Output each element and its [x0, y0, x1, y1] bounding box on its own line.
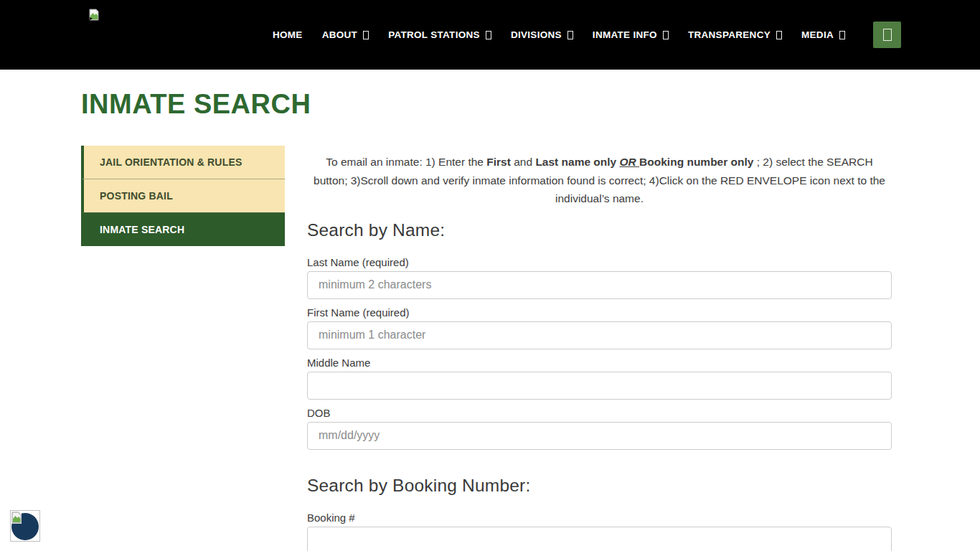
field-label: DOB [307, 407, 892, 419]
instruction-segment: OR [620, 156, 640, 168]
dropdown-caret-icon [776, 31, 782, 39]
search-by-name-heading: Search by Name: [307, 220, 892, 240]
sidebar-nav: JAIL ORIENTATION & RULES POSTING BAIL IN… [81, 146, 285, 246]
nav-item-label: HOME [273, 29, 303, 40]
form-field-middle-name: Middle Name [307, 357, 892, 400]
main-nav: HOME ABOUT PATROL STATIONS DIVISIONS INM… [273, 0, 901, 70]
nav-item-label: MEDIA [801, 29, 834, 40]
broken-image-icon [89, 9, 99, 21]
nav-item-transparency[interactable]: TRANSPARENCY [688, 29, 782, 40]
nav-item-patrol-stations[interactable]: PATROL STATIONS [388, 29, 491, 40]
page-title: INMATE SEARCH [81, 89, 311, 120]
dropdown-caret-icon [567, 31, 573, 39]
form-field-first-name: First Name (required) [307, 306, 892, 349]
search-by-booking-heading: Search by Booking Number: [307, 476, 892, 496]
nav-item-label: PATROL STATIONS [388, 29, 480, 40]
instruction-segment: To email an inmate: 1) Enter the [326, 156, 486, 168]
broken-image-icon [11, 512, 22, 524]
search-icon [883, 29, 892, 41]
dropdown-caret-icon [486, 31, 491, 39]
sidebar-item-label: JAIL ORIENTATION & RULES [100, 156, 242, 168]
field-label: Last Name (required) [307, 256, 892, 268]
nav-item-label: TRANSPARENCY [688, 29, 771, 40]
nav-item-inmate-info[interactable]: INMATE INFO [593, 29, 669, 40]
dob-input[interactable] [307, 422, 892, 450]
nav-item-label: INMATE INFO [593, 29, 657, 40]
nav-item-label: DIVISIONS [511, 29, 562, 40]
dropdown-caret-icon [839, 31, 845, 39]
booking-number-input[interactable] [307, 527, 892, 551]
search-by-booking-form: Booking # [307, 512, 892, 551]
field-label: Booking # [307, 512, 892, 524]
middle-name-input[interactable] [307, 372, 892, 400]
dropdown-caret-icon [363, 31, 369, 39]
main-content: To email an inmate: 1) Enter the First a… [307, 153, 892, 551]
field-label: Middle Name [307, 357, 892, 369]
form-field-last-name: Last Name (required) [307, 256, 892, 299]
search-by-name-form: Last Name (required) First Name (require… [307, 256, 892, 450]
sidebar-item-jail-orientation-rules[interactable]: JAIL ORIENTATION & RULES [81, 146, 285, 179]
last-name-input[interactable] [307, 271, 892, 299]
field-label: First Name (required) [307, 306, 892, 319]
form-field-dob: DOB [307, 407, 892, 450]
nav-item-about[interactable]: ABOUT [322, 29, 369, 40]
top-nav-bar: HOME ABOUT PATROL STATIONS DIVISIONS INM… [0, 0, 980, 70]
form-field-booking-number: Booking # [307, 512, 892, 551]
sidebar-item-inmate-search[interactable]: INMATE SEARCH [81, 212, 285, 246]
accessibility-widget-button[interactable] [10, 510, 40, 542]
sidebar-item-posting-bail[interactable]: POSTING BAIL [81, 179, 285, 212]
instruction-segment: and [511, 156, 535, 168]
instruction-segment: First [486, 156, 511, 168]
nav-item-label: ABOUT [322, 29, 358, 40]
nav-search-button[interactable] [873, 22, 901, 48]
first-name-input[interactable] [307, 321, 892, 349]
nav-item-divisions[interactable]: DIVISIONS [511, 29, 573, 40]
instruction-segment: Booking number only [639, 156, 753, 168]
instruction-segment: Last name only [535, 156, 616, 168]
nav-item-media[interactable]: MEDIA [801, 29, 845, 40]
sidebar-item-label: POSTING BAIL [100, 190, 173, 202]
sidebar-item-label: INMATE SEARCH [100, 224, 184, 235]
nav-item-home[interactable]: HOME [273, 29, 303, 40]
dropdown-caret-icon [663, 31, 669, 39]
instructions-text: To email an inmate: 1) Enter the First a… [307, 153, 892, 208]
site-logo-broken-image-icon[interactable] [89, 9, 99, 21]
